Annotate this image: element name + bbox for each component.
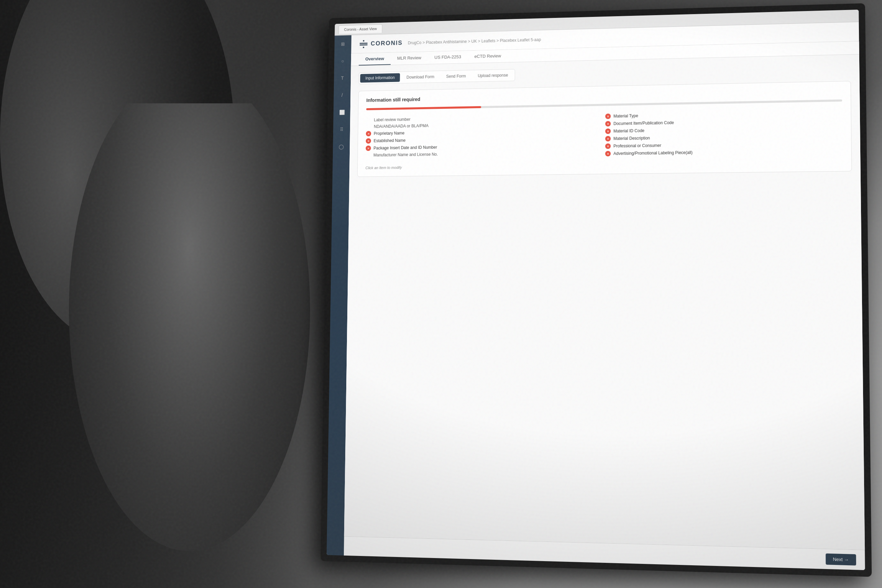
logo-area: CORONIS [359, 38, 403, 49]
svg-rect-0 [363, 40, 364, 41]
field-label-review-text: Label review number [366, 117, 411, 123]
app-logo-text: CORONIS [371, 40, 403, 47]
dots-icon: ⠿ [340, 127, 344, 132]
field-package-insert-text: Package Insert Date and ID Number [374, 145, 437, 150]
tab-us-fda[interactable]: US FDA-2253 [428, 51, 468, 64]
circle-icon: ○ [341, 58, 344, 63]
field-proprietary-text: Proprietary Name [374, 131, 405, 136]
text-icon: T [341, 75, 344, 81]
sidebar-icon-slash[interactable]: / [336, 89, 348, 101]
field-advertising-text: Advertising/Promotional Labeling Piece(a… [613, 150, 693, 156]
tab-ectd[interactable]: eCTD Review [468, 50, 507, 63]
svg-rect-1 [360, 42, 368, 44]
grid-icon: ⊞ [341, 41, 345, 46]
field-material-id-text: Material ID Code [614, 128, 645, 133]
tab-us-fda-label: US FDA-2253 [435, 54, 461, 60]
field-material-type-text: Material Type [614, 113, 638, 118]
section-tab-upload[interactable]: Upload response [472, 70, 513, 80]
sidebar-icon-text[interactable]: T [337, 72, 348, 84]
section-tab-download-label: Download Form [406, 74, 435, 80]
section-tab-input-label: Input Information [365, 75, 394, 81]
sidebar-icon-image[interactable]: ⬜ [336, 106, 348, 118]
field-material-id-icon: ✕ [605, 129, 611, 134]
field-material-type-icon: ✕ [605, 114, 611, 119]
field-established-text: Established Name [374, 138, 405, 143]
content-section[interactable]: Input Information Download Form Send For… [344, 54, 865, 550]
section-tab-upload-label: Upload response [478, 73, 508, 78]
field-manufacturer-text: Manufacturer Name and License No. [366, 152, 438, 158]
app-chrome: Coronis - Asset View ⊞ ○ T / [327, 10, 865, 570]
fields-left-col: Label review number NDA/ANDA/AADA or BLA… [366, 113, 591, 160]
info-required-panel: Information still required Label review … [357, 81, 852, 177]
image-icon: ⬜ [339, 110, 345, 115]
browser-tab[interactable]: Coronis - Asset View [339, 24, 382, 34]
click-to-modify-text: Click an Item to modify [366, 160, 843, 170]
tab-overview-label: Overview [365, 56, 384, 62]
tab-overview[interactable]: Overview [358, 53, 391, 66]
svg-rect-3 [363, 46, 364, 48]
tab-mlr-review-label: MLR Review [397, 55, 422, 61]
field-doc-item-text: Document Item/Publication Code [614, 120, 674, 126]
fields-grid: Label review number NDA/ANDA/AADA or BLA… [366, 108, 843, 160]
fields-right-col: ✕ Material Type ✕ Document Item/Publicat… [605, 108, 843, 158]
tab-mlr-review[interactable]: MLR Review [391, 52, 428, 65]
app-layout: ⊞ ○ T / ⬜ ⠿ [327, 22, 865, 570]
slash-icon: / [341, 93, 343, 98]
field-doc-item-icon: ✕ [605, 121, 611, 126]
sidebar-icon-ring[interactable]: ◯ [336, 141, 347, 153]
monitor-frame: Coronis - Asset View ⊞ ○ T / [320, 3, 872, 577]
monitor-screen: Coronis - Asset View ⊞ ○ T / [327, 10, 865, 570]
field-material-desc-text: Material Description [614, 136, 650, 141]
section-tab-send-label: Send Form [446, 74, 466, 79]
field-proprietary-icon: ✕ [366, 131, 371, 136]
field-prof-consumer-icon: ✕ [605, 143, 611, 149]
section-tab-download[interactable]: Download Form [401, 72, 440, 82]
field-nda-text: NDA/ANDA/AADA or BLA/PMA [366, 123, 429, 129]
main-content: CORONIS DrugCo > Placebex Antihistamine … [344, 22, 865, 570]
field-advertising-icon: ✕ [605, 151, 611, 156]
tab-ectd-label: eCTD Review [474, 53, 501, 59]
sidebar-icon-circle[interactable]: ○ [337, 55, 348, 67]
browser-tab-label: Coronis - Asset View [344, 27, 377, 32]
field-prof-consumer-text: Professional or Consumer [613, 143, 661, 148]
field-established-icon: ✕ [366, 138, 371, 144]
section-tabs: Input Information Download Form Send For… [358, 69, 515, 84]
svg-rect-2 [360, 44, 368, 45]
next-button[interactable]: Next → [825, 554, 856, 566]
sidebar-icon-grid[interactable]: ⊞ [337, 38, 349, 50]
field-package-insert-icon: ✕ [366, 146, 371, 151]
coronis-logo-icon [359, 39, 368, 49]
sidebar-icon-dots[interactable]: ⠿ [336, 123, 347, 135]
field-material-desc-icon: ✕ [605, 136, 611, 142]
section-tab-input[interactable]: Input Information [360, 73, 400, 82]
progress-bar-fill [366, 106, 481, 110]
section-tab-send[interactable]: Send Form [441, 72, 471, 81]
breadcrumb-text: DrugCo > Placebex Antihistamine > UK > L… [408, 37, 541, 45]
ring-icon: ◯ [339, 144, 344, 150]
